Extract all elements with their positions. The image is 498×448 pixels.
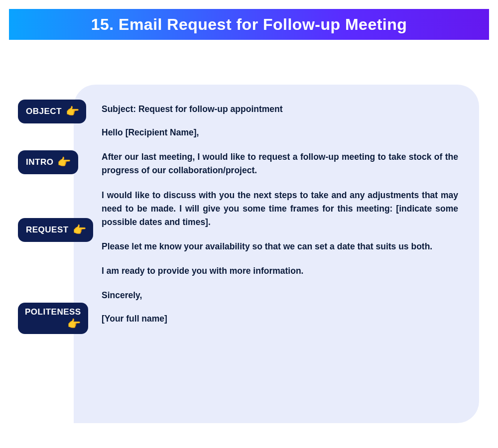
page-title: 15. Email Request for Follow-up Meeting — [9, 9, 489, 40]
email-signature: [Your full name] — [102, 312, 458, 326]
label-intro-text: INTRO — [26, 158, 53, 167]
email-request-1: I would like to discuss with you the nex… — [102, 189, 458, 229]
email-request-2: Please let me know your availability so … — [102, 240, 458, 253]
label-object: OBJECT 👉 — [18, 100, 86, 123]
pointing-hand-icon: 👉 — [66, 106, 80, 117]
label-politeness: POLITENESS 👉 — [18, 303, 88, 334]
label-politeness-text: POLITENESS — [25, 308, 81, 317]
page-title-text: 15. Email Request for Follow-up Meeting — [91, 15, 407, 34]
email-request-3: I am ready to provide you with more info… — [102, 264, 458, 278]
label-object-text: OBJECT — [26, 107, 62, 116]
email-card: Subject: Request for follow-up appointme… — [74, 85, 479, 423]
pointing-hand-icon: 👉 — [73, 224, 87, 236]
email-intro: After our last meeting, I would like to … — [102, 150, 458, 177]
label-request-text: REQUEST — [26, 225, 69, 235]
label-intro: INTRO 👉 — [18, 150, 78, 174]
email-greeting: Hello [Recipient Name], — [102, 126, 458, 139]
pointing-hand-icon: 👉 — [57, 156, 71, 168]
email-signoff: Sincerely, — [102, 289, 458, 302]
pointing-hand-icon: 👉 — [67, 318, 81, 330]
label-request: REQUEST 👉 — [18, 218, 93, 242]
content-stage: Subject: Request for follow-up appointme… — [9, 85, 489, 423]
email-subject: Subject: Request for follow-up appointme… — [102, 103, 458, 116]
